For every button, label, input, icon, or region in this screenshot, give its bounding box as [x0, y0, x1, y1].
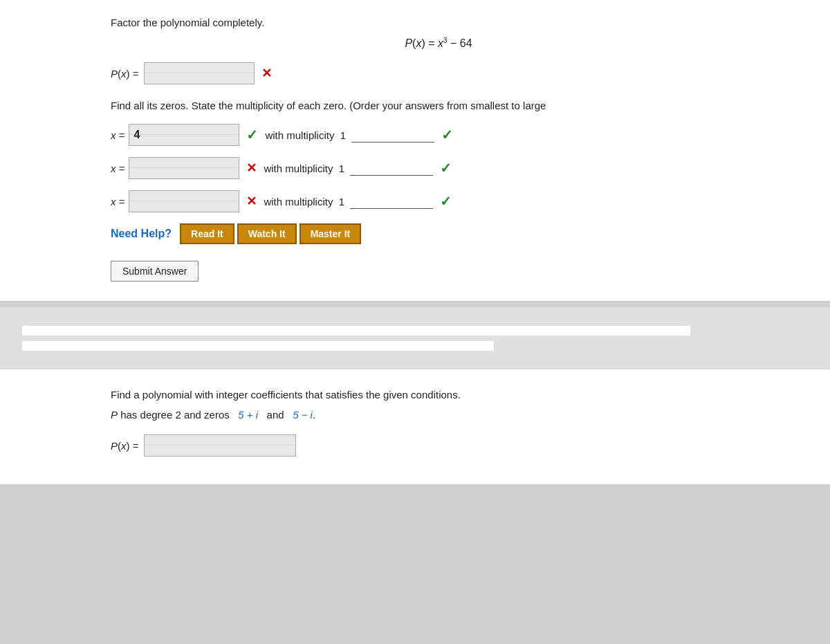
zero-value-2: 5 − i: [293, 409, 313, 421]
problem-2-px-input[interactable]: [144, 434, 296, 457]
zero-3-x-input[interactable]: [129, 190, 239, 212]
equation-text: P(x) = x3 − 64: [405, 37, 472, 49]
zero-value-1: 5 + i: [238, 409, 258, 421]
divider-content: [22, 326, 808, 351]
problem-2-instruction: Find a polynomial with integer coefficie…: [111, 389, 808, 401]
zero-3-mult-input[interactable]: [350, 194, 433, 209]
zero-3-x-wrong-icon: ✕: [246, 194, 257, 209]
zero-2-mult-input[interactable]: [350, 160, 433, 176]
watch-it-button[interactable]: Watch It: [237, 223, 297, 244]
zero-1-mult-input[interactable]: [351, 127, 434, 142]
zero-row-1: x = ✓ with multiplicity 1 ✓: [111, 124, 808, 146]
zero-1-mult-check-icon: ✓: [441, 127, 453, 143]
divider-section: [0, 307, 830, 369]
find-zeros-instruction: Find all its zeros. State the multiplici…: [111, 100, 808, 111]
read-it-button[interactable]: Read It: [180, 223, 234, 244]
px-answer-input[interactable]: [144, 62, 255, 84]
zero-2-x-input[interactable]: [129, 157, 239, 179]
need-help-row: Need Help? Read It Watch It Master It: [111, 223, 808, 244]
zero-3-mult-label: with multiplicity 1: [264, 196, 344, 208]
problem-2-px-row: P(x) =: [111, 434, 808, 457]
zero-1-x-label: x =: [111, 129, 124, 141]
problem-1-instruction: Factor the polynomial completely.: [111, 17, 808, 28]
master-it-button[interactable]: Master It: [299, 223, 362, 244]
problem-2-desc-text: P has degree 2 and zeros 5 + i and 5 − i…: [111, 409, 315, 421]
zero-row-3: x = ✕ with multiplicity 1 ✓: [111, 190, 808, 212]
page-wrapper: Factor the polynomial completely. P(x) =…: [0, 0, 830, 644]
problem-2-section: Find a polynomial with integer coefficie…: [0, 369, 830, 484]
divider-line-1: [22, 326, 690, 335]
zero-2-mult-check-icon: ✓: [440, 160, 452, 176]
px-input-row: P(x) = ✕: [111, 62, 808, 84]
zero-1-x-input[interactable]: [129, 124, 239, 146]
zero-3-mult-check-icon: ✓: [440, 193, 452, 210]
submit-answer-button[interactable]: Submit Answer: [111, 261, 199, 282]
problem-1-equation: P(x) = x3 − 64: [69, 37, 808, 50]
zero-2-x-wrong-icon: ✕: [246, 160, 257, 176]
divider-line-2: [22, 341, 494, 351]
px-label: P(x) =: [111, 68, 138, 80]
problem-1-section: Factor the polynomial completely. P(x) =…: [0, 0, 830, 302]
need-help-label: Need Help?: [111, 228, 172, 240]
zero-2-x-label: x =: [111, 163, 124, 174]
problem-2-description: P has degree 2 and zeros 5 + i and 5 − i…: [111, 409, 808, 421]
px-wrong-icon: ✕: [261, 66, 272, 81]
problem-2-px-label: P(x) =: [111, 440, 138, 452]
zero-1-x-check-icon: ✓: [246, 127, 258, 143]
zero-3-x-label: x =: [111, 196, 124, 208]
zero-1-mult-label: with multiplicity 1: [265, 129, 346, 141]
zero-2-mult-label: with multiplicity 1: [264, 163, 344, 174]
zero-row-2: x = ✕ with multiplicity 1 ✓: [111, 157, 808, 179]
